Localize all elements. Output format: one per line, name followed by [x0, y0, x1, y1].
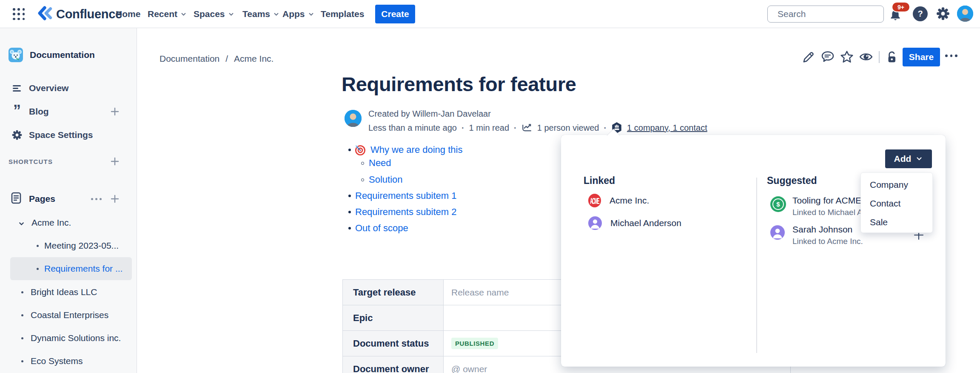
analytics-chart-icon	[521, 123, 533, 133]
breadcrumb-separator: /	[225, 54, 228, 64]
tree-item-eco-systems[interactable]: Eco Systems	[0, 353, 128, 370]
shortcuts-section: SHORTCUTS	[9, 156, 128, 167]
chevron-down-icon	[273, 11, 279, 17]
top-bar: Confluence Home Recent Spaces Teams Apps…	[0, 0, 980, 28]
space-header[interactable]: Documentation	[9, 48, 95, 62]
breadcrumb: Documentation / Acme Inc.	[160, 54, 273, 64]
restrictions-button[interactable]	[884, 50, 899, 64]
bullet-circle-icon	[361, 178, 364, 181]
add-page-icon[interactable]	[110, 194, 120, 204]
viewers-link[interactable]: 1 person viewed	[537, 123, 599, 133]
sidebar-item-blog[interactable]: ” Blog	[0, 103, 137, 121]
outline-link[interactable]: Need	[369, 158, 391, 169]
outline-link[interactable]: Requirements subitem 2	[355, 207, 456, 218]
tree-item-bright-ideas[interactable]: Bright Ideas LLC	[0, 284, 128, 301]
notifications-button[interactable]: 9+	[888, 4, 910, 25]
menu-item-sale[interactable]: Sale	[861, 213, 932, 232]
outline-link[interactable]: Why we are doing this	[370, 144, 462, 155]
create-button[interactable]: Create	[375, 5, 415, 23]
user-avatar[interactable]	[957, 6, 973, 22]
sidebar-item-overview[interactable]: Overview	[0, 79, 137, 97]
tree-item-coastal-enterprises[interactable]: Coastal Enterprises	[0, 307, 128, 324]
property-label: Document owner	[343, 356, 444, 373]
chevron-down-icon	[308, 11, 314, 17]
space-name: Documentation	[30, 50, 95, 60]
add-blog-icon[interactable]	[110, 106, 120, 117]
brand-wordmark: Confluence	[56, 7, 122, 21]
shortcuts-heading: SHORTCUTS	[9, 158, 53, 165]
bullet-icon	[348, 227, 351, 230]
target-emoji-icon	[354, 144, 366, 158]
contact-avatar-icon	[770, 225, 785, 240]
breadcrumb-acme-inc[interactable]: Acme Inc.	[234, 54, 273, 64]
confluence-logo[interactable]: Confluence	[37, 6, 122, 23]
chevron-down-icon	[228, 11, 234, 17]
popup-section-divider	[756, 178, 757, 353]
menu-item-contact[interactable]: Contact	[861, 194, 932, 213]
add-button[interactable]: Add	[885, 149, 932, 168]
space-koala-icon	[9, 48, 23, 62]
share-button[interactable]: Share	[903, 48, 940, 66]
comment-button[interactable]	[820, 50, 835, 64]
nav-spaces[interactable]: Spaces	[194, 0, 234, 28]
favourite-button[interactable]	[840, 50, 854, 64]
nav-recent[interactable]: Recent	[148, 0, 187, 28]
nav-apps[interactable]: Apps	[282, 0, 314, 28]
outline-link[interactable]: Requirements subitem 1	[355, 190, 456, 201]
global-search[interactable]	[767, 6, 884, 23]
outline-link[interactable]: Out of scope	[355, 223, 408, 234]
actions-divider	[879, 51, 880, 63]
menu-item-company[interactable]: Company	[861, 175, 932, 194]
question-mark-icon: ?	[917, 9, 923, 19]
tree-item-meeting[interactable]: Meeting 2023-05...	[0, 237, 128, 254]
last-modified-text: Less than a minute ago	[368, 123, 457, 133]
tree-item-requirements-selected[interactable]: Requirements for ...	[10, 257, 132, 280]
add-shortcut-icon[interactable]	[110, 156, 120, 166]
app-switcher-icon[interactable]	[13, 8, 26, 21]
linked-section-heading: Linked	[584, 175, 615, 186]
sale-dollar-icon: $	[770, 196, 786, 212]
nav-teams[interactable]: Teams	[242, 0, 279, 28]
notification-badge: 9+	[892, 2, 910, 12]
space-sidebar: Documentation Overview ” Blog Space Sett…	[0, 28, 137, 373]
tree-item-acme-inc[interactable]: Acme Inc.	[0, 214, 128, 231]
status-badge: PUBLISHED	[451, 338, 498, 349]
linked-item-company[interactable]: ACME Acme Inc.	[588, 194, 649, 207]
linked-item-contact[interactable]: Michael Anderson	[588, 216, 681, 230]
gear-icon	[11, 129, 23, 141]
pages-more-icon[interactable]	[88, 195, 104, 203]
created-by-text: Created by Willem-Jan Davelaar	[368, 109, 491, 119]
suggested-section-heading: Suggested	[767, 175, 817, 186]
property-label: Epic	[343, 305, 444, 331]
bullet-icon	[348, 149, 351, 151]
author-avatar[interactable]	[345, 110, 362, 127]
unlock-icon	[884, 50, 899, 64]
edit-button[interactable]	[801, 50, 816, 64]
quote-icon: ”	[11, 106, 23, 117]
tree-item-dynamic-solutions[interactable]: Dynamic Solutions inc.	[0, 330, 128, 347]
placeholder-text: Release name	[451, 287, 509, 297]
breadcrumb-documentation[interactable]: Documentation	[160, 54, 219, 64]
eye-icon	[859, 50, 873, 64]
overview-icon	[11, 83, 23, 94]
nav-home[interactable]: Home	[116, 0, 140, 28]
outline-link[interactable]: Solution	[369, 174, 403, 185]
crm-links-popup-trigger[interactable]: 1 company, 1 contact	[627, 123, 707, 133]
watch-button[interactable]	[859, 50, 873, 64]
pages-icon	[10, 192, 22, 206]
bullet-icon	[348, 211, 351, 213]
pages-section-header[interactable]: Pages	[0, 190, 137, 208]
add-dropdown-menu: Company Contact Sale	[860, 172, 933, 233]
read-time-text: 1 min read	[469, 123, 510, 133]
company-logo-icon: ACME	[588, 194, 601, 207]
settings-button[interactable]	[936, 6, 950, 21]
star-icon	[840, 50, 854, 64]
nav-templates[interactable]: Templates	[321, 0, 364, 28]
help-button[interactable]: ?	[913, 6, 928, 21]
search-input[interactable]	[777, 9, 894, 20]
placeholder-text: @ owner	[451, 364, 487, 373]
chevron-down-icon[interactable]	[18, 219, 25, 230]
bullet-circle-icon	[361, 162, 364, 165]
more-actions-icon[interactable]	[945, 55, 957, 57]
sidebar-item-space-settings[interactable]: Space Settings	[0, 126, 137, 144]
